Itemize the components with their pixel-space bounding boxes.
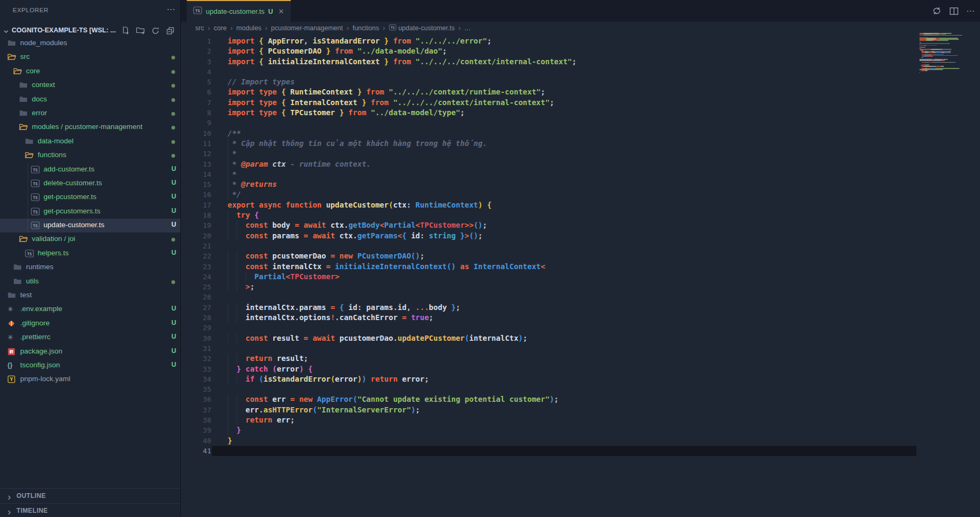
minimap[interactable]	[920, 33, 964, 74]
breadcrumb-item-core[interactable]: core	[214, 24, 227, 32]
code-line-6[interactable]: 6import type { RuntimeContext } from "..…	[181, 87, 980, 97]
tree-item-runtimes[interactable]: runtimes	[0, 261, 180, 274]
code-line-12[interactable]: 12 *	[181, 149, 980, 159]
code-line-33[interactable]: 33 } catch (error) {	[181, 364, 980, 374]
tree-item-test[interactable]: test	[0, 289, 180, 303]
code-line-3[interactable]: 3import { initializeInternalContext } fr…	[181, 57, 980, 67]
split-editor-icon[interactable]	[949, 6, 959, 16]
line-number: 1	[181, 36, 211, 46]
tree-item-core[interactable]: core	[0, 65, 180, 79]
refresh-explorer-icon[interactable]	[150, 25, 160, 36]
tree-item-validation-joi[interactable]: validation / joi	[0, 232, 180, 246]
code-line-17[interactable]: 17export async function updateCustomer(c…	[181, 200, 980, 210]
code-line-14[interactable]: 14 *	[181, 169, 980, 179]
tree-item-src[interactable]: src	[0, 50, 180, 64]
project-root-row[interactable]: COGNITO-EXAMPLE-TS [WSL: ...	[0, 23, 180, 37]
code-line-28[interactable]: 28 internalCtx.options!.canCatchError = …	[181, 313, 980, 323]
tab-update-customer-ts[interactable]: TS update-customer.ts U ✕	[187, 0, 291, 22]
line-number: 37	[181, 405, 211, 415]
timeline-section-header[interactable]: TIMELINE	[0, 503, 180, 517]
tree-item-label: pnpm-lock.yaml	[20, 375, 71, 383]
tree-item-node-modules[interactable]: node_modules	[0, 37, 180, 50]
code-line-content: const err = new AppError("Cannot update …	[228, 394, 559, 404]
code-line-34[interactable]: 34 if (isStandardError(error)) return er…	[181, 374, 980, 384]
tree-item-data-model[interactable]: data-model	[0, 135, 180, 149]
modified-contents-dot	[171, 98, 175, 102]
tree-item-package.json[interactable]: package.jsonU	[0, 345, 180, 359]
code-line-26[interactable]: 26	[181, 292, 980, 302]
breadcrumb-item-pcustomer-management[interactable]: pcustomer-management	[271, 24, 343, 32]
code-line-22[interactable]: 22 const pcustomerDao = new PCustomerDAO…	[181, 251, 980, 261]
tree-item-.prettierrc[interactable]: ✳.prettierrcU	[0, 331, 180, 344]
code-line-19[interactable]: 19 const body = await ctx.getBody<Partia…	[181, 220, 980, 230]
code-line-30[interactable]: 30 const result = await pcustomerDao.upd…	[181, 333, 980, 343]
code-line-25[interactable]: 25 >;	[181, 282, 980, 292]
tree-item-update-customer.ts[interactable]: TSupdate-customer.tsU	[0, 219, 180, 232]
modified-contents-dot	[171, 70, 175, 74]
line-number: 13	[181, 159, 211, 169]
tree-item-functions[interactable]: functions	[0, 149, 180, 162]
tree-item-context[interactable]: context	[0, 79, 180, 92]
new-folder-icon[interactable]	[135, 25, 145, 36]
tree-item-utils[interactable]: utils	[0, 275, 180, 289]
tree-item-get-pcustomer.ts[interactable]: TSget-pcustomer.tsU	[0, 191, 180, 204]
project-root-label: COGNITO-EXAMPLE-TS [WSL: ...	[12, 27, 116, 34]
new-file-icon[interactable]	[120, 25, 131, 36]
code-line-16[interactable]: 16 */	[181, 189, 980, 200]
breadcrumb-item-modules[interactable]: modules	[236, 24, 261, 32]
indent-guide	[237, 354, 237, 364]
outline-section-header[interactable]: OUTLINE	[0, 488, 180, 504]
breadcrumb-item-functions[interactable]: functions	[352, 24, 379, 32]
code-line-2[interactable]: 2import { PCustomerDAO } from "../data-m…	[181, 46, 980, 56]
code-line-27[interactable]: 27 internalCtx.params = { id: params.id,…	[181, 303, 980, 313]
indent-guide	[237, 405, 237, 415]
code-line-23[interactable]: 23 const internalCtx = initializeInterna…	[181, 262, 980, 272]
code-line-36[interactable]: 36 const err = new AppError("Cannot upda…	[181, 394, 980, 404]
code-line-5[interactable]: 5// Import types	[181, 77, 980, 87]
code-line-20[interactable]: 20 const params = await ctx.getParams<{ …	[181, 231, 980, 241]
code-line-31[interactable]: 31	[181, 343, 980, 354]
code-line-41[interactable]: 41	[181, 446, 980, 456]
code-line-8[interactable]: 8import type { TPCustomer } from "../dat…	[181, 108, 980, 118]
code-line-10[interactable]: 10/**	[181, 128, 980, 139]
tree-item-pnpm-lock.yaml[interactable]: Ypnpm-lock.yaml	[0, 373, 180, 386]
code-line-21[interactable]: 21	[181, 241, 980, 251]
close-tab-icon[interactable]: ✕	[279, 7, 284, 15]
open-changes-icon[interactable]	[932, 6, 942, 16]
tree-item-.env.example[interactable]: ✳.env.exampleU	[0, 303, 180, 316]
code-line-32[interactable]: 32 return result;	[181, 354, 980, 364]
code-line-content: import { initializeInternalContext } fro…	[228, 57, 576, 67]
breadcrumb-item-update-customer.ts[interactable]: TSupdate-customer.ts	[389, 24, 455, 32]
tree-item-tsconfig.json[interactable]: {}tsconfig.jsonU	[0, 359, 180, 373]
breadcrumb-item-src[interactable]: src	[195, 24, 204, 32]
code-line-18[interactable]: 18 try {	[181, 210, 980, 220]
code-line-4[interactable]: 4	[181, 67, 980, 77]
breadcrumb-item--[interactable]: …	[464, 24, 471, 32]
explorer-more-icon[interactable]: ⋯	[167, 4, 175, 14]
code-line-11[interactable]: 11 * Cập nhật thông tin của một khách hà…	[181, 139, 980, 149]
tree-item-delete-customer.ts[interactable]: TSdelete-customer.tsU	[0, 177, 180, 191]
tree-item-modules-pcustomer-management[interactable]: modules / pcustomer-management	[0, 120, 180, 134]
tree-item-.gitignore[interactable]: .gitignoreU	[0, 317, 180, 331]
code-line-38[interactable]: 38 return err;	[181, 415, 980, 425]
code-line-24[interactable]: 24 Partial<TPCustomer>	[181, 272, 980, 282]
tree-item-error[interactable]: error	[0, 107, 180, 120]
more-actions-icon[interactable]: ⋯	[966, 6, 975, 16]
code-line-35[interactable]: 35	[181, 384, 980, 394]
code-line-37[interactable]: 37 err.asHTTPError("InternalServerError"…	[181, 405, 980, 415]
tree-item-get-pcustomers.ts[interactable]: TSget-pcustomers.tsU	[0, 205, 180, 219]
line-number: 6	[181, 87, 211, 97]
code-line-29[interactable]: 29	[181, 323, 980, 333]
tree-item-docs[interactable]: docs	[0, 93, 180, 107]
code-line-7[interactable]: 7import type { InternalContext } from ".…	[181, 98, 980, 108]
code-line-39[interactable]: 39 }	[181, 425, 980, 435]
tree-item-add-customer.ts[interactable]: TSadd-customer.tsU	[0, 163, 180, 177]
code-line-15[interactable]: 15 * @returns	[181, 179, 980, 189]
collapse-folders-icon[interactable]	[165, 25, 175, 36]
code-line-13[interactable]: 13 * @param ctx - runtime context.	[181, 159, 980, 169]
tree-item-helpers.ts[interactable]: TShelpers.tsU	[0, 247, 180, 261]
code-line-1[interactable]: 1import { AppError, isStandardError } fr…	[181, 36, 980, 46]
indent-guide	[228, 272, 228, 282]
code-line-40[interactable]: 40}	[181, 436, 980, 446]
code-line-9[interactable]: 9	[181, 118, 980, 128]
